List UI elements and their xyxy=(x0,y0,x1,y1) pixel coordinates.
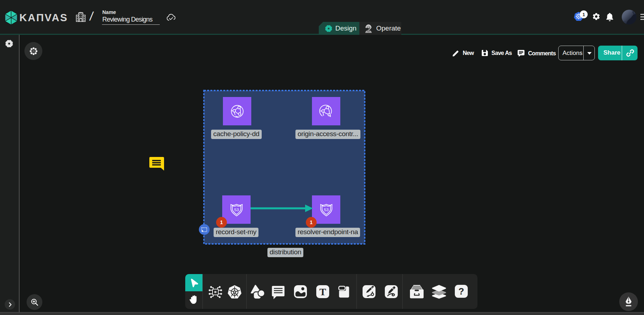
svg-text:53: 53 xyxy=(234,207,239,212)
svg-text:?: ? xyxy=(458,286,464,297)
svg-text:T: T xyxy=(319,286,326,297)
svg-text:53: 53 xyxy=(324,207,328,212)
